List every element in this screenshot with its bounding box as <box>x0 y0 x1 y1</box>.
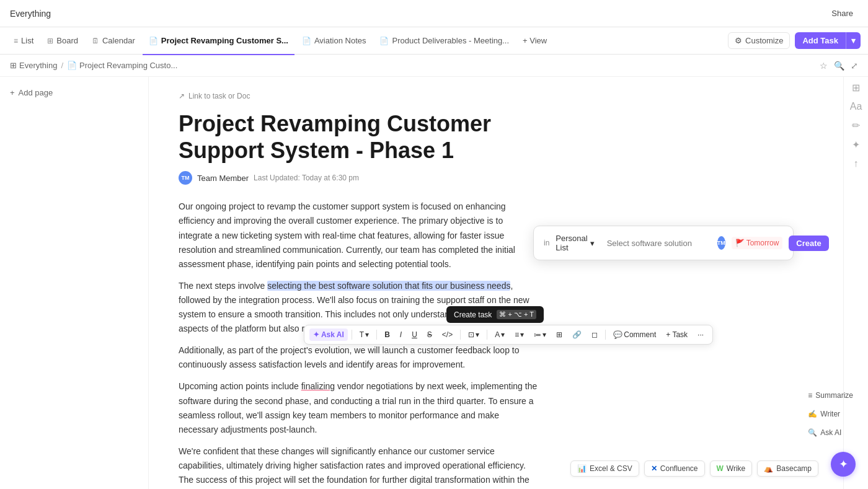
list-button[interactable]: ≔ ▾ <box>530 328 550 341</box>
more-button[interactable]: ··· <box>694 328 707 341</box>
tab-calendar[interactable]: 🗓 Calendar <box>86 32 141 49</box>
doc-icon-breadcrumb: 📄 <box>67 61 77 70</box>
create-task-tooltip: Create task ⌘ + ⌥ + T <box>446 306 544 323</box>
topbar-left: Everything <box>10 9 51 19</box>
search-icon[interactable]: 🔍 <box>834 61 844 71</box>
task-creation-card: in Personal List ▾ TM 🚩 Tomorrow Create <box>533 226 794 260</box>
add-task-main-label[interactable]: Add Task <box>795 32 846 49</box>
ai-circle-button[interactable]: ✦ <box>831 452 856 477</box>
doc-icon-aviation: 📄 <box>302 37 311 45</box>
integration-basecamp[interactable]: ⛺ Basecamp <box>757 460 818 477</box>
tab-board-label: Board <box>56 36 78 45</box>
underline-button[interactable]: U <box>408 328 421 341</box>
tab-product[interactable]: 📄 Product Deliverables - Meeting... <box>373 32 515 49</box>
highlighted-text: selecting the best software solution tha… <box>267 281 510 291</box>
link-to-task-button[interactable]: ↗ Link to task or Doc <box>179 92 813 100</box>
sidebar: + Add page <box>0 77 149 489</box>
task-button[interactable]: + Task <box>662 328 691 341</box>
page-title[interactable]: Project Revamping Customer Support Syste… <box>179 110 526 164</box>
toolbar-sep-2 <box>376 330 377 340</box>
breadcrumb-separator: / <box>61 61 63 70</box>
panel-font-icon[interactable]: Aa <box>850 101 862 112</box>
integration-wrike[interactable]: W Wrike <box>710 460 753 477</box>
color-button[interactable]: A ▾ <box>491 328 508 341</box>
code-button[interactable]: </> <box>438 328 456 341</box>
confluence-label: Confluence <box>660 464 698 473</box>
task-card-list-selector[interactable]: Personal List ▾ <box>556 234 594 252</box>
list-icon: ≡ <box>14 37 18 45</box>
table-button[interactable]: ⊞ <box>552 328 566 341</box>
add-page-button[interactable]: + Add page <box>5 84 143 101</box>
integration-confluence[interactable]: ✕ Confluence <box>644 460 705 477</box>
paragraph-4: Upcoming action points include finalizin… <box>179 379 538 436</box>
calendar-icon: 🗓 <box>92 37 99 45</box>
breadcrumb-root[interactable]: ⊞ Everything <box>10 61 57 70</box>
task-card-flag-label: Tomorrow <box>746 239 779 247</box>
link-icon: ↗ <box>179 92 185 100</box>
task-card-avatar: TM <box>717 236 725 250</box>
image-button[interactable]: ⊡ ▾ <box>464 328 483 341</box>
panel-wand-icon[interactable]: ✦ <box>852 139 860 151</box>
toolbar-sep-5 <box>605 330 606 340</box>
block-button[interactable]: ◻ <box>588 328 601 341</box>
confluence-icon: ✕ <box>651 464 657 473</box>
writer-icon: ✍ <box>808 410 817 418</box>
comment-button[interactable]: 💬 Comment <box>609 328 660 341</box>
add-task-button[interactable]: Add Task ▾ <box>795 32 861 49</box>
summarize-button[interactable]: ≡ Summarize <box>803 389 858 402</box>
tab-board[interactable]: ⊞ Board <box>41 32 84 49</box>
customize-button[interactable]: ⚙ Customize <box>728 32 790 49</box>
strikethrough-button[interactable]: S <box>423 328 436 341</box>
share-button[interactable]: Share <box>826 6 858 20</box>
breadcrumb: ⊞ Everything / 📄 Project Revamping Custo… <box>0 55 868 77</box>
summarize-label: Summarize <box>815 391 853 400</box>
breadcrumb-current[interactable]: 📄 Project Revamping Custo... <box>67 61 177 70</box>
italic-button[interactable]: I <box>396 328 405 341</box>
link-button[interactable]: 🔗 <box>569 328 585 341</box>
task-card-input[interactable] <box>607 239 711 248</box>
doc-icon-project: 📄 <box>149 37 158 45</box>
formatting-toolbar: ✦ Ask AI T ▾ B I U S </> ⊡ ▾ A ▾ ≡ <box>304 325 713 345</box>
task-card-in-label: in <box>544 239 549 247</box>
ask-ai-button[interactable]: ✦ Ask AI <box>309 328 348 341</box>
tab-list-label: List <box>21 36 33 45</box>
tab-project-label: Project Revamping Customer S... <box>161 36 288 45</box>
tab-list[interactable]: ≡ List <box>7 32 40 49</box>
star-icon[interactable]: ☆ <box>820 61 828 71</box>
paragraph-5: We're confident that these changes will … <box>179 444 538 489</box>
align-button[interactable]: ≡ ▾ <box>511 328 528 341</box>
integrations-bar: 📊 Excel & CSV ✕ Confluence W Wrike ⛺ Bas… <box>570 460 818 477</box>
breadcrumb-actions: ☆ 🔍 ⤢ <box>820 61 858 71</box>
ask-ai-side-label: Ask AI <box>820 428 841 437</box>
topbar-right: Share <box>826 6 858 20</box>
chevron-icon-align: ▾ <box>520 330 524 339</box>
navtabs-right: ⚙ Customize Add Task ▾ <box>728 32 861 49</box>
add-task-chevron-icon[interactable]: ▾ <box>846 32 861 49</box>
paragraph-3: Additionally, as part of the project's e… <box>179 343 538 372</box>
panel-edit-icon[interactable]: ✏ <box>852 120 860 131</box>
writer-button[interactable]: ✍ Writer <box>803 407 858 421</box>
task-card-create-button[interactable]: Create <box>789 236 828 251</box>
bold-button[interactable]: B <box>381 328 394 341</box>
breadcrumb-current-label: Project Revamping Custo... <box>79 61 177 70</box>
tooltip-shortcut: ⌘ + ⌥ + T <box>497 310 536 319</box>
basecamp-label: Basecamp <box>776 464 812 473</box>
chevron-icon-list: ▾ <box>542 330 546 339</box>
writer-label: Writer <box>820 410 840 418</box>
ask-ai-side-button[interactable]: 🔍 Ask AI <box>803 426 858 439</box>
tab-view[interactable]: + View <box>516 32 553 49</box>
panel-layout-icon[interactable]: ⊞ <box>852 82 860 94</box>
tab-aviation[interactable]: 📄 Aviation Notes <box>296 32 373 49</box>
task-card-due-date[interactable]: 🚩 Tomorrow <box>732 237 783 249</box>
tab-project[interactable]: 📄 Project Revamping Customer S... <box>143 32 294 49</box>
integration-excel[interactable]: 📊 Excel & CSV <box>570 460 639 477</box>
text-style-button[interactable]: T ▾ <box>356 328 373 341</box>
panel-export-icon[interactable]: ↑ <box>854 158 859 169</box>
wrike-icon: W <box>717 464 724 473</box>
toolbar-sep-3 <box>460 330 461 340</box>
breadcrumb-root-label: Everything <box>19 61 57 70</box>
expand-icon[interactable]: ⤢ <box>851 61 858 71</box>
toolbar-sep-4 <box>487 330 487 340</box>
flag-icon: 🚩 <box>735 239 745 247</box>
chevron-icon-color: ▾ <box>501 330 505 339</box>
